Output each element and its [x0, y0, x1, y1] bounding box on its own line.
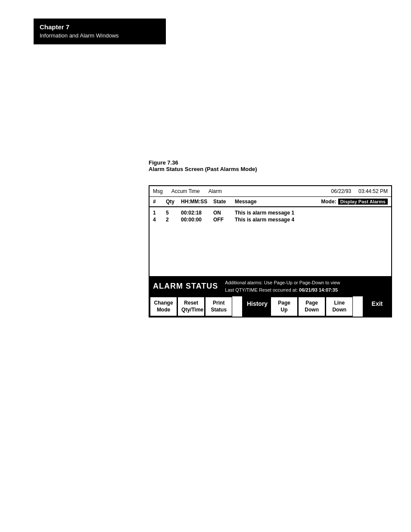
status-footer: ALARM STATUS Additional alarms: Use Page…	[149, 276, 391, 296]
row-qty: 5	[166, 210, 181, 216]
status-line2: Last QTY/TIME Reset occurred at: 06/21/9…	[225, 286, 340, 294]
button-spacer-2	[353, 296, 363, 317]
line-down-button[interactable]: LineDown	[325, 296, 353, 317]
row-time: 00:00:00	[181, 217, 213, 223]
col-message-label: Message	[235, 199, 321, 205]
info-bar: Msg Accum Time Alarm 06/22/93 03:44:52 P…	[149, 186, 391, 197]
change-mode-button[interactable]: ChangeMode	[149, 296, 177, 317]
row-state: ON	[213, 210, 235, 216]
history-button[interactable]: History	[243, 296, 270, 317]
col-mode-label: Mode: Display Past Alarms	[321, 199, 388, 205]
column-headers: # Qty HH:MM:SS State Message Mode: Displ…	[149, 197, 391, 207]
reset-qty-time-button[interactable]: ResetQty/Time	[177, 296, 205, 317]
figure-caption: Figure 7.36 Alarm Status Screen (Past Al…	[149, 159, 257, 172]
figure-label: Figure 7.36	[149, 159, 257, 166]
datetime-display: 06/22/93 03:44:52 PM	[331, 188, 388, 194]
chapter-title: Chapter 7	[40, 23, 160, 31]
exit-button[interactable]: Exit	[363, 296, 391, 317]
table-row: 1 5 00:02:18 ON This is alarm message 1	[153, 210, 388, 216]
alarm-label: Alarm	[209, 188, 222, 194]
page-up-button[interactable]: PageUp	[270, 296, 298, 317]
mode-value: Display Past Alarms	[338, 199, 388, 205]
status-line1: Additional alarms: Use Page-Up or Page-D…	[225, 279, 340, 286]
button-spacer	[232, 296, 243, 317]
figure-description: Alarm Status Screen (Past Alarms Mode)	[149, 166, 257, 172]
row-time: 00:02:18	[181, 210, 213, 216]
status-messages: Additional alarms: Use Page-Up or Page-D…	[225, 279, 340, 293]
info-bar-labels: Msg Accum Time Alarm	[153, 188, 222, 194]
data-area: 1 5 00:02:18 ON This is alarm message 1 …	[149, 207, 391, 276]
row-message: This is alarm message 4	[235, 217, 388, 223]
row-state: OFF	[213, 217, 235, 223]
col-qty-label: Qty	[166, 199, 181, 205]
table-row: 4 2 00:00:00 OFF This is alarm message 4	[153, 217, 388, 223]
time-display: 03:44:52 PM	[358, 188, 388, 194]
msg-label: Msg	[153, 188, 163, 194]
col-time-label: HH:MM:SS	[181, 199, 213, 205]
col-state-label: State	[213, 199, 235, 205]
chapter-header: Chapter 7 Information and Alarm Windows	[34, 19, 166, 44]
button-bar: ChangeModeResetQty/TimePrintStatusHistor…	[149, 296, 391, 317]
page-down-button[interactable]: PageDown	[298, 296, 325, 317]
row-hash: 4	[153, 217, 166, 223]
alarm-status-title: ALARM STATUS	[153, 282, 218, 291]
row-message: This is alarm message 1	[235, 210, 388, 216]
accum-time-label: Accum Time	[171, 188, 200, 194]
alarm-screen: Msg Accum Time Alarm 06/22/93 03:44:52 P…	[149, 185, 392, 317]
row-qty: 2	[166, 217, 181, 223]
row-hash: 1	[153, 210, 166, 216]
chapter-subtitle: Information and Alarm Windows	[40, 32, 160, 40]
print-status-button[interactable]: PrintStatus	[205, 296, 232, 317]
col-hash-label: #	[153, 199, 166, 205]
date-display: 06/22/93	[331, 188, 352, 194]
